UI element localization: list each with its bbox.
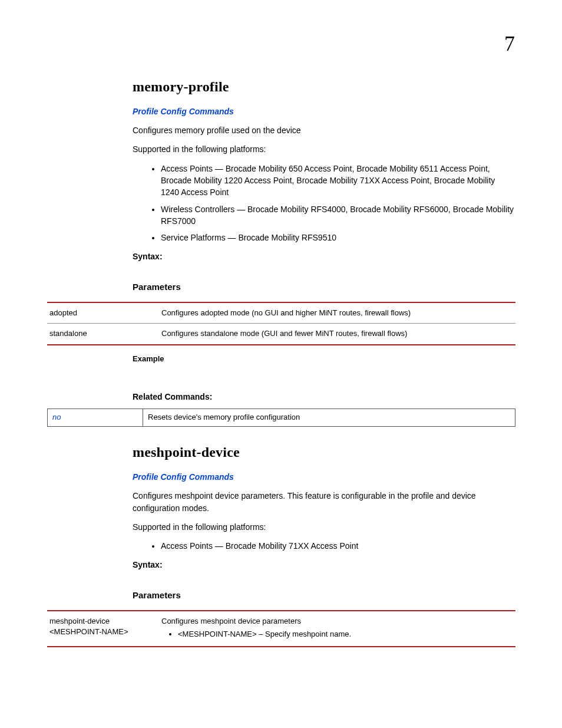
- related-desc: Resets device's memory profile configura…: [143, 409, 515, 427]
- syntax-label: Syntax:: [133, 251, 515, 262]
- platform-list: Access Points — Brocade Mobility 650 Acc…: [133, 163, 515, 244]
- platform-item: Access Points — Brocade Mobility 71XX Ac…: [161, 540, 515, 552]
- param-key: meshpoint-device <MESHPOINT-NAME>: [47, 611, 159, 647]
- supported-intro: Supported in the following platforms:: [133, 143, 515, 155]
- section-desc: Configures meshpoint device parameters. …: [133, 490, 515, 514]
- parameters-label: Parameters: [133, 281, 515, 294]
- section-desc: Configures memory profile used on the de…: [133, 124, 515, 136]
- parameters-label: Parameters: [133, 589, 515, 602]
- param-sub-item: <MESHPOINT-NAME> – Specify meshpoint nam…: [178, 629, 512, 640]
- platform-item: Service Platforms — Brocade Mobility RFS…: [161, 232, 515, 243]
- parameters-table: meshpoint-device <MESHPOINT-NAME> Config…: [47, 610, 515, 648]
- related-commands-table: no Resets device's memory profile config…: [47, 409, 515, 427]
- related-commands-label: Related Commands:: [133, 391, 515, 403]
- param-desc: Configures standalone mode (GUI and fewe…: [159, 324, 515, 345]
- table-row: meshpoint-device <MESHPOINT-NAME> Config…: [47, 611, 515, 647]
- link-profile-config-commands[interactable]: Profile Config Commands: [133, 106, 515, 117]
- chapter-number: 7: [504, 28, 515, 59]
- page-content: memory-profile Profile Config Commands C…: [133, 77, 515, 647]
- parameters-table: adopted Configures adopted mode (no GUI …: [47, 302, 515, 346]
- example-label: Example: [133, 354, 515, 365]
- param-sub-list: <MESHPOINT-NAME> – Specify meshpoint nam…: [161, 629, 512, 640]
- platform-item: Wireless Controllers — Brocade Mobility …: [161, 203, 515, 228]
- syntax-label: Syntax:: [133, 559, 515, 571]
- supported-intro: Supported in the following platforms:: [133, 521, 515, 533]
- param-desc: Configures adopted mode (no GUI and high…: [159, 302, 515, 324]
- section-title-memory-profile: memory-profile: [133, 77, 515, 97]
- table-row: no Resets device's memory profile config…: [48, 409, 515, 427]
- section-title-meshpoint-device: meshpoint-device: [133, 442, 515, 463]
- param-key: standalone: [47, 324, 159, 345]
- table-row: adopted Configures adopted mode (no GUI …: [47, 302, 515, 324]
- param-key: adopted: [47, 302, 159, 324]
- link-profile-config-commands[interactable]: Profile Config Commands: [133, 471, 515, 483]
- platform-item: Access Points — Brocade Mobility 650 Acc…: [161, 163, 515, 199]
- related-key[interactable]: no: [48, 409, 143, 427]
- platform-list: Access Points — Brocade Mobility 71XX Ac…: [133, 540, 515, 552]
- table-row: standalone Configures standalone mode (G…: [47, 324, 515, 345]
- param-desc-text: Configures meshpoint device parameters: [161, 617, 301, 625]
- param-desc: Configures meshpoint device parameters <…: [159, 611, 515, 647]
